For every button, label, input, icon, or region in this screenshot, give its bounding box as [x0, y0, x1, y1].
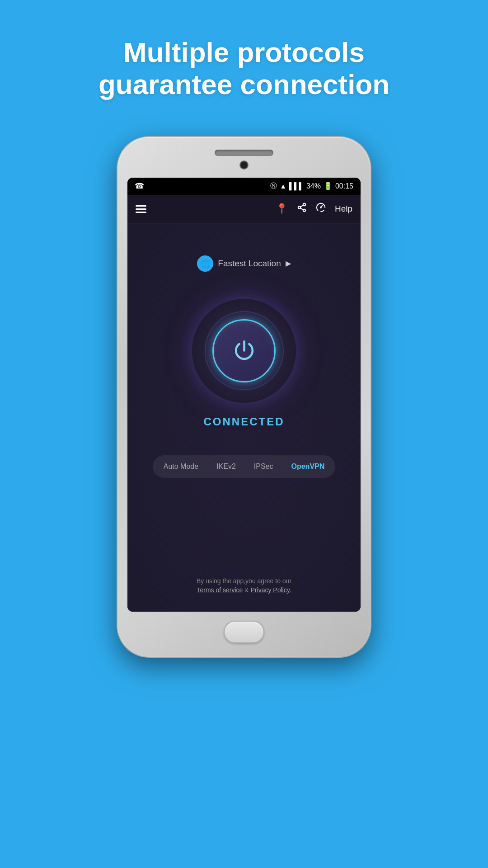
tab-ikev2[interactable]: IKEv2	[208, 458, 244, 475]
connection-status: CONNECTED	[203, 415, 284, 428]
power-area	[192, 299, 296, 403]
menu-line-3	[136, 212, 146, 213]
tab-openvpn[interactable]: OpenVPN	[283, 458, 333, 475]
phone-mockup: ☎ Ⓝ ▲ ▌▌▌ 34% 🔋 00:15 📍	[117, 137, 371, 657]
footer-agreement: By using the app,you agree to our	[197, 577, 291, 585]
protocol-tabs: Auto Mode IKEv2 IPSec OpenVPN	[153, 455, 336, 478]
privacy-policy-link[interactable]: Privacy Policy.	[251, 586, 291, 594]
location-pin-icon[interactable]: 📍	[276, 203, 288, 215]
location-selector[interactable]: 🌐 Fastest Location ▶	[197, 255, 291, 272]
footer: By using the app,you agree to our Terms …	[197, 577, 291, 603]
phone-home-button[interactable]	[224, 621, 264, 643]
footer-separator: &	[244, 586, 250, 594]
status-battery: 34%	[306, 182, 321, 190]
status-time: 00:15	[335, 182, 353, 190]
headline-line2: guarantee connection	[99, 69, 389, 100]
phone-speaker	[215, 150, 273, 156]
headline-line1: Multiple protocols	[123, 37, 365, 68]
status-bar: ☎ Ⓝ ▲ ▌▌▌ 34% 🔋 00:15	[127, 178, 361, 195]
terms-of-service-link[interactable]: Terms of service	[197, 586, 243, 594]
toolbar-icons: 📍 H	[276, 203, 352, 215]
power-glow-outer	[192, 299, 296, 403]
share-icon[interactable]	[297, 203, 307, 215]
phone-screen: ☎ Ⓝ ▲ ▌▌▌ 34% 🔋 00:15 📍	[127, 178, 361, 612]
help-button[interactable]: Help	[335, 204, 352, 214]
power-button[interactable]	[212, 319, 276, 382]
tab-ipsec[interactable]: IPSec	[246, 458, 282, 475]
headline: Multiple protocols guarantee connection	[62, 36, 426, 101]
menu-line-1	[136, 205, 146, 207]
menu-line-2	[136, 208, 146, 210]
speedometer-icon[interactable]	[316, 203, 326, 215]
menu-button[interactable]	[136, 205, 146, 213]
location-arrow: ▶	[286, 259, 291, 268]
status-battery-icon: 🔋	[324, 182, 333, 190]
app-toolbar: 📍 H	[127, 195, 361, 224]
power-icon	[232, 338, 257, 363]
svg-line-6	[321, 206, 323, 208]
globe-icon: 🌐	[197, 255, 213, 272]
status-phone-icon: ☎	[135, 181, 144, 191]
location-label: Fastest Location	[218, 259, 281, 269]
status-signal-icon: ▌▌▌	[289, 182, 304, 190]
power-glow-inner	[205, 311, 284, 390]
svg-line-4	[300, 205, 303, 207]
app-content: 🌐 Fastest Location ▶	[127, 224, 361, 612]
status-right-icons: Ⓝ ▲ ▌▌▌ 34% 🔋 00:15	[270, 182, 353, 190]
tab-auto-mode[interactable]: Auto Mode	[155, 458, 206, 475]
footer-links: Terms of service & Privacy Policy.	[197, 586, 291, 594]
status-nfc-icon: Ⓝ	[270, 182, 277, 190]
phone-shell: ☎ Ⓝ ▲ ▌▌▌ 34% 🔋 00:15 📍	[117, 137, 371, 657]
phone-camera	[239, 160, 249, 170]
svg-line-3	[300, 208, 303, 210]
status-wifi-icon: ▲	[280, 182, 286, 190]
